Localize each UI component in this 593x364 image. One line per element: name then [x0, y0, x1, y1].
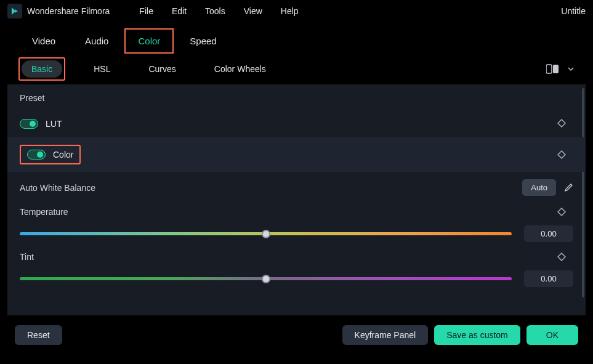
compare-icon[interactable]	[546, 64, 560, 74]
save-as-custom-button[interactable]: Save as custom	[434, 325, 520, 345]
sub-tabs: Basic HSL Curves Color Wheels	[0, 54, 593, 84]
menu-edit[interactable]: Edit	[172, 6, 187, 16]
temperature-group: Temperature 0.00	[20, 207, 573, 242]
footer: Reset Keyframe Panel Save as custom OK	[0, 315, 593, 355]
auto-wb-label: Auto White Balance	[20, 183, 95, 193]
temperature-slider[interactable]	[20, 232, 512, 235]
app-title: Wondershare Filmora	[27, 6, 110, 16]
top-tabs: Video Audio Color Speed	[0, 22, 593, 54]
menu-view[interactable]: View	[244, 6, 262, 16]
preset-label: Preset	[20, 93, 573, 103]
chevron-down-icon[interactable]	[567, 65, 575, 73]
lut-keyframe-diamond-icon[interactable]	[557, 119, 566, 127]
auto-white-balance-row: Auto White Balance Auto	[20, 179, 573, 196]
lut-row: LUT	[20, 113, 573, 135]
color-panel: Preset LUT Color Auto White Balance Auto	[7, 84, 586, 315]
scrollbar[interactable]	[582, 88, 584, 297]
color-section: Color	[7, 137, 586, 172]
tint-value[interactable]: 0.00	[524, 270, 573, 287]
tint-slider-thumb[interactable]	[262, 275, 270, 283]
tint-group: Tint 0.00	[20, 252, 573, 287]
subtab-basic[interactable]: Basic	[22, 60, 62, 78]
tint-label: Tint	[20, 252, 34, 262]
subtab-color-wheels[interactable]: Color Wheels	[204, 60, 276, 78]
reset-button[interactable]: Reset	[15, 325, 62, 345]
temperature-label: Temperature	[20, 207, 68, 217]
eyedropper-icon[interactable]	[563, 183, 573, 193]
svg-rect-0	[546, 65, 552, 73]
menu-file[interactable]: File	[139, 6, 153, 16]
temperature-value[interactable]: 0.00	[524, 225, 573, 242]
tint-slider[interactable]	[20, 277, 512, 280]
temperature-keyframe-diamond-icon[interactable]	[557, 208, 566, 216]
menu-bar: File Edit Tools View Help	[139, 6, 298, 16]
tint-keyframe-diamond-icon[interactable]	[557, 253, 566, 261]
color-keyframe-diamond-icon[interactable]	[557, 150, 566, 159]
filmora-logo-icon	[7, 4, 22, 18]
document-title: Untitle	[561, 6, 586, 16]
tab-audio[interactable]: Audio	[71, 28, 122, 54]
tab-speed[interactable]: Speed	[176, 28, 230, 54]
color-toggle[interactable]	[27, 150, 46, 160]
lut-label: LUT	[46, 119, 62, 129]
title-bar: Wondershare Filmora File Edit Tools View…	[0, 0, 593, 22]
tab-video[interactable]: Video	[18, 28, 69, 54]
menu-help[interactable]: Help	[281, 6, 299, 16]
color-label: Color	[53, 150, 73, 160]
subtab-curves[interactable]: Curves	[139, 60, 185, 78]
tab-color[interactable]: Color	[124, 28, 174, 54]
auto-button[interactable]: Auto	[522, 179, 556, 196]
keyframe-panel-button[interactable]: Keyframe Panel	[342, 325, 429, 345]
temperature-slider-thumb[interactable]	[262, 230, 270, 238]
ok-button[interactable]: OK	[526, 325, 578, 345]
subtab-hsl[interactable]: HSL	[84, 60, 120, 78]
svg-rect-1	[553, 65, 559, 73]
menu-tools[interactable]: Tools	[205, 6, 225, 16]
lut-toggle[interactable]	[20, 119, 38, 129]
